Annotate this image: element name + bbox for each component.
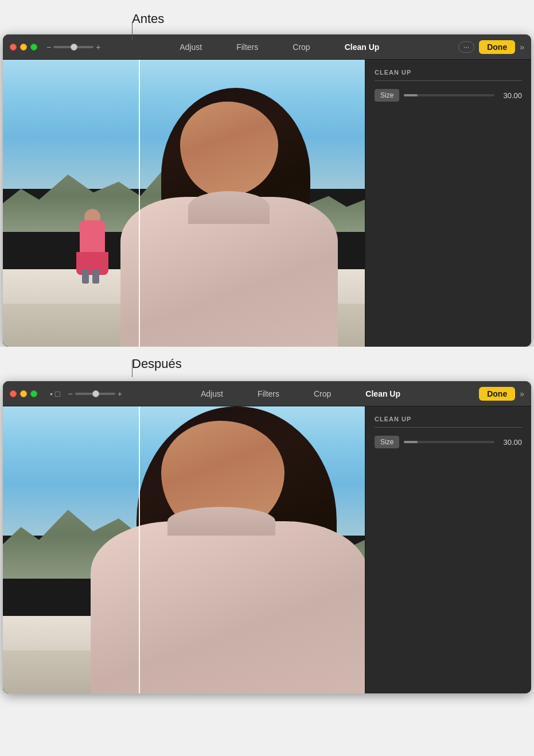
traffic-lights-after [10,390,37,397]
compare-line-before [139,60,140,347]
done-button-before[interactable]: Done [479,40,515,54]
zoom-slider[interactable] [53,46,93,48]
zoom-plus-icon[interactable]: + [96,42,100,52]
panel-divider-before [375,80,522,81]
zoom-control-before: − + [46,42,100,52]
done-button-after[interactable]: Done [479,387,515,401]
compare-line-after [139,406,140,693]
size-row-before: Size 30.00 [375,89,522,102]
pink-legs-left [82,269,89,284]
view-toggle: ▪ □ [50,389,60,398]
nav-tabs-before: Adjust Filters Crop Clean Up [105,42,454,52]
fullscreen-button[interactable] [30,44,37,51]
zoom-thumb [71,44,77,51]
tab-filters-after[interactable]: Filters [240,389,297,398]
zoom-slider-after[interactable] [75,393,115,395]
toolbar-right-before: ··· Done » [458,40,524,54]
content-area-before: CLEAN UP Size 30.00 [3,60,531,347]
side-panel-after: CLEAN UP Size 30.00 [365,406,531,693]
woman-portrait-before [93,74,365,347]
panel-title-before: CLEAN UP [375,69,522,76]
panel-divider-after [375,427,522,428]
after-label: Después [132,356,182,371]
woman-shirt-after [91,521,365,693]
tab-filters-before[interactable]: Filters [219,42,275,52]
minimize-button[interactable] [20,44,27,51]
page-wrapper: Antes − + Adjust Filters Crop Clean [0,0,534,705]
size-row-after: Size 30.00 [375,436,522,448]
size-slider-after-track[interactable] [404,441,494,443]
titlebar-before: − + Adjust Filters Crop Clean Up ··· Don… [3,34,531,60]
size-label-button-after[interactable]: Size [375,436,399,448]
before-label-container: Antes [0,11,534,34]
size-value-after: 30.00 [499,438,522,447]
before-label: Antes [132,11,164,26]
tab-adjust-after[interactable]: Adjust [184,389,240,398]
before-window: − + Adjust Filters Crop Clean Up ··· Don… [3,34,531,347]
after-window: ▪ □ − + Adjust Filters Crop Clean Up Don… [3,381,531,693]
titlebar-after: ▪ □ − + Adjust Filters Crop Clean Up Don… [3,381,531,406]
size-slider-fill-before [404,94,418,96]
size-value-before: 30.00 [499,91,522,100]
woman-collar-before [188,191,270,224]
size-slider-before[interactable] [404,94,494,96]
zoom-plus-icon-after[interactable]: + [118,389,122,398]
before-divider-line [132,23,132,40]
size-label-button-before[interactable]: Size [375,89,399,102]
minimize-button-after[interactable] [20,390,27,397]
zoom-minus-icon[interactable]: − [46,42,51,52]
zoom-control-after: − + [68,389,122,398]
traffic-lights-before [10,44,37,51]
close-button[interactable] [10,44,17,51]
tab-adjust-before[interactable]: Adjust [162,42,219,52]
woman-portrait-after [75,406,365,693]
after-label-container: Después [0,347,534,381]
single-view-icon[interactable]: ▪ [50,389,53,398]
photo-before [3,60,365,347]
fullscreen-button-after[interactable] [30,390,37,397]
close-button-after[interactable] [10,390,17,397]
more-options-button[interactable]: ··· [458,41,474,53]
zoom-minus-icon-after[interactable]: − [68,389,72,398]
side-panel-before: CLEAN UP Size 30.00 [365,60,531,347]
woman-collar-after [167,507,275,536]
size-slider-fill-after [404,441,418,443]
tab-cleanup-after[interactable]: Clean Up [348,389,418,398]
compare-view-icon[interactable]: □ [55,389,60,398]
chevron-right-icon-before[interactable]: » [520,42,524,52]
nav-tabs-after: Adjust Filters Crop Clean Up [127,389,474,398]
tab-crop-after[interactable]: Crop [297,389,348,398]
toolbar-right-after: Done » [479,387,524,401]
after-divider-line [132,360,132,377]
tab-crop-before[interactable]: Crop [275,42,327,52]
zoom-thumb-after [92,390,99,397]
panel-title-after: CLEAN UP [375,416,522,422]
tab-cleanup-before[interactable]: Clean Up [328,42,397,52]
chevron-right-icon-after[interactable]: » [520,389,524,398]
content-area-after: CLEAN UP Size 30.00 [3,406,531,693]
photo-after [3,406,365,693]
